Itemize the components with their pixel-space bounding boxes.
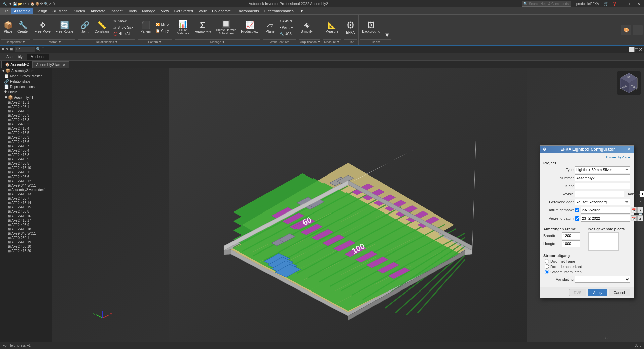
tree-af92-415-13[interactable]: ⊞ AF92-415:13 xyxy=(0,192,52,196)
menu-assemble[interactable]: Assemble xyxy=(11,8,33,14)
revisie-input[interactable] xyxy=(575,191,624,197)
create-derived-button[interactable]: 🔲 Create DerivedSubstitutes xyxy=(214,18,239,37)
simplification-label[interactable]: Simplification ▼ xyxy=(299,39,320,44)
efka-lightbox-dialog[interactable]: ⚙ EFKA Lightbox Configurator ✕ Powered b… xyxy=(540,145,634,298)
stroom-intern-option[interactable]: Stroom intern laten xyxy=(545,270,630,274)
help-icon[interactable]: ❓ xyxy=(612,2,617,6)
resize-icon-2[interactable]: ◻ xyxy=(635,47,639,52)
pencil-icon[interactable]: ✎ xyxy=(6,47,9,51)
search-input[interactable] xyxy=(529,2,569,6)
menu-more[interactable]: ▼ xyxy=(297,8,307,14)
axis-button[interactable]: ↕ Axis ▼ xyxy=(278,18,295,24)
tree-model-states[interactable]: 📋 Model States: Master xyxy=(0,73,52,79)
tree-af92-405-5[interactable]: ⊞ AF92-405:5 xyxy=(0,161,52,166)
apply-button[interactable]: Apply xyxy=(588,289,607,296)
tree-af92-405-9[interactable]: ⊞ AF92-405:9 xyxy=(0,223,52,227)
parameters-button[interactable]: Σ Parameters xyxy=(192,18,213,37)
menu-manage[interactable]: Manage xyxy=(139,8,158,14)
tree-af92-415-4[interactable]: ⊞ AF92-415:4 xyxy=(0,126,52,131)
tree-af92-415-5[interactable]: ⊞ AF92-415:5 xyxy=(0,131,52,135)
tree-af92-405-6[interactable]: ⊞ AF92-405:6 xyxy=(0,174,52,179)
menu-design[interactable]: Design xyxy=(33,8,50,14)
tree-af92-415-1[interactable]: ⊞ AF92-415:1 xyxy=(0,100,52,105)
hide-all-button[interactable]: 🚫 Hide All xyxy=(112,31,135,37)
menu-annotate[interactable]: Annotate xyxy=(88,8,108,14)
tree-af99-340-wc-1[interactable]: ⊞ AF99-340-WC:1 xyxy=(0,231,52,236)
productivity-button[interactable]: 📈 Productivity xyxy=(239,18,260,37)
menu-3d-model[interactable]: 3D Model xyxy=(50,8,71,14)
create-button[interactable]: 🔧 Create xyxy=(15,18,30,37)
search-bar[interactable]: 🔍 xyxy=(522,1,571,7)
tree-af92-415-8[interactable]: ⊞ AF92-415:8 xyxy=(0,153,52,157)
tree-assembly2-verbinder-1[interactable]: ⊞ Assembly2-verbinder:1 xyxy=(0,188,52,192)
cadix-label-section[interactable]: Cadix xyxy=(360,39,391,44)
tree-af92-415-18[interactable]: ⊞ AF92-415:18 xyxy=(0,227,52,231)
menu-tools[interactable]: Tools xyxy=(126,8,140,14)
menu-vault[interactable]: Vault xyxy=(196,8,209,14)
tree-af92-415-16[interactable]: ⊞ AF92-415:16 xyxy=(0,214,52,218)
background-button[interactable]: 🖼 Background xyxy=(360,18,382,37)
maximize-button[interactable]: □ xyxy=(628,1,633,6)
hoogte-input[interactable] xyxy=(562,240,580,247)
joint-button[interactable]: 🔗 Joint xyxy=(78,18,92,37)
tree-representations[interactable]: 📄 Representations xyxy=(0,84,52,89)
tree-origin[interactable]: ✚ Origin xyxy=(0,89,52,95)
point-button[interactable]: • Point ▼ xyxy=(278,25,295,31)
viewport[interactable]: 60 100 TOP xyxy=(52,68,644,342)
tree-af92-405-1[interactable]: ⊞ AF92-405:1 xyxy=(0,105,52,109)
search-field[interactable] xyxy=(15,47,35,52)
door-het-frame-option[interactable]: Door het frame xyxy=(545,259,630,263)
tree-root[interactable]: ▼📦 Assembly2.iam xyxy=(0,68,52,73)
show-button[interactable]: 👁 Show xyxy=(112,18,135,24)
undo-icon[interactable]: ✕ xyxy=(1,47,4,51)
tree-assembly2-1[interactable]: ▼📦 Assembly2:1 xyxy=(0,95,52,100)
tree-af90-230-1[interactable]: ⊞ AF90-230:1 xyxy=(0,236,52,240)
tree-af92-415-3[interactable]: ⊞ AF92-415:3 xyxy=(0,118,52,122)
datum-gemaakt-up[interactable]: ▲ xyxy=(637,207,643,213)
door-de-achterkant-radio[interactable] xyxy=(545,264,549,269)
tree-af92-405-4[interactable]: ⊞ AF92-405:4 xyxy=(0,148,52,153)
type-select[interactable]: Lightbox 60mm Silver xyxy=(575,166,630,173)
search-small-icon[interactable]: 🔍 xyxy=(36,47,41,51)
menu-collaborate[interactable]: Collaborate xyxy=(209,8,234,14)
door-het-frame-radio[interactable] xyxy=(545,259,549,263)
tab-assembly[interactable]: Assembly xyxy=(3,54,26,60)
stroom-intern-radio[interactable] xyxy=(545,270,549,274)
tree-af92-415-20[interactable]: ⊞ AF92-415:20 xyxy=(0,249,52,253)
ucs-button[interactable]: 🔧 UCS xyxy=(278,31,295,37)
doc-tab-assembly2[interactable]: 🏠 Assembly2 xyxy=(1,61,32,68)
tree-af92-415-15[interactable]: ⊞ AF92-415:15 xyxy=(0,205,52,209)
tree-af92-415-2[interactable]: ⊞ AF92-415:2 xyxy=(0,109,52,113)
place-button[interactable]: 📦 Place xyxy=(1,18,15,37)
show-sick-button[interactable]: ⚠ Show Sick xyxy=(112,25,135,31)
powered-by-link[interactable]: Powered by Cadix xyxy=(543,156,630,159)
tree-af92-405-8[interactable]: ⊞ AF92-405:8 xyxy=(0,209,52,214)
cancel-button[interactable]: Cancel xyxy=(609,289,630,296)
dialog-close-button[interactable]: ✕ xyxy=(627,147,631,152)
tree-af92-415-6[interactable]: ⊞ AF92-415:6 xyxy=(0,140,52,144)
copy-button[interactable]: 📋 Copy xyxy=(154,28,171,34)
zoom-out-button[interactable]: - xyxy=(637,198,643,204)
aantal-input[interactable] xyxy=(640,191,644,197)
datum-gemaakt-checkbox[interactable] xyxy=(575,208,579,212)
free-rotate-button[interactable]: 🔄 Free Rotate xyxy=(53,18,75,37)
minimize-button[interactable]: ─ xyxy=(620,1,625,6)
getekend-door-select[interactable]: Yousef Rozenberg xyxy=(575,199,630,205)
cart-icon[interactable]: 🛒 xyxy=(604,2,608,6)
measure-button[interactable]: 📐 Measure xyxy=(323,18,341,37)
tree-af99-344-wc-1[interactable]: ⊞ AF99-344-WC:1 xyxy=(0,183,52,188)
tree-af92-405-2[interactable]: ⊞ AF92-405:2 xyxy=(0,122,52,126)
bom-button[interactable]: 📊 Bill ofMaterials xyxy=(175,18,191,37)
tree-af92-415-12[interactable]: ⊞ AF92-415:12 xyxy=(0,179,52,183)
constrain-button[interactable]: 📏 Constrain xyxy=(93,18,111,37)
tree-af92-415-9[interactable]: ⊞ AF92-415:9 xyxy=(0,157,52,161)
menu-sketch[interactable]: Sketch xyxy=(71,8,88,14)
menu-small-icon[interactable]: ☰ xyxy=(41,47,45,51)
simplify-button[interactable]: ◈ Simplify xyxy=(299,18,315,37)
menu-inspect[interactable]: Inspect xyxy=(108,8,125,14)
tree-af92-415-17[interactable]: ⊞ AF92-415:17 xyxy=(0,218,52,223)
menu-file[interactable]: File xyxy=(0,8,11,14)
plane-button[interactable]: ▱ Plane xyxy=(263,18,277,37)
menu-get-started[interactable]: Get Started xyxy=(172,8,196,14)
tree-af92-405-3b[interactable]: ⊞ AF92-405:3 xyxy=(0,135,52,140)
